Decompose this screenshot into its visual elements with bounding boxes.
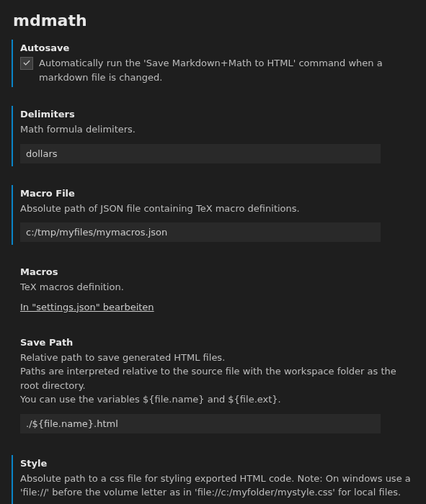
style-description: Absolute path to a css file for styling …	[20, 472, 414, 500]
extension-heading: mdmath	[13, 12, 414, 30]
delimiters-label: Delimiters	[20, 109, 414, 120]
macros-label: Macros	[20, 266, 414, 277]
save-path-desc-line3: You can use the variables ${file.name} a…	[20, 392, 414, 407]
style-label: Style	[20, 458, 414, 469]
setting-style: Style Absolute path to a css file for st…	[12, 454, 414, 505]
autosave-label: Autosave	[20, 42, 414, 53]
delimiters-description: Math formula delimiters.	[20, 122, 414, 137]
macro-file-input[interactable]	[20, 222, 381, 242]
setting-delimiters: Delimiters Math formula delimiters.	[12, 104, 414, 168]
macro-file-label: Macro File	[20, 188, 414, 199]
macros-description: TeX macros definition.	[20, 280, 414, 294]
save-path-desc-line2: Paths are interpreted relative to the so…	[20, 364, 414, 392]
check-icon	[22, 58, 32, 68]
save-path-label: Save Path	[20, 337, 414, 348]
setting-macros: Macros TeX macros definition. In "settin…	[12, 262, 414, 317]
delimiters-select[interactable]	[20, 144, 381, 163]
setting-autosave: Autosave Automatically run the 'Save Mar…	[12, 38, 414, 89]
setting-save-path: Save Path Relative path to save generate…	[12, 333, 414, 438]
save-path-desc-line1: Relative path to save generated HTML fil…	[20, 351, 414, 365]
autosave-description: Automatically run the 'Save Markdown+Mat…	[39, 56, 414, 84]
macro-file-description: Absolute path of JSON file containing Te…	[20, 202, 414, 216]
setting-macro-file: Macro File Absolute path of JSON file co…	[12, 184, 414, 247]
save-path-description: Relative path to save generated HTML fil…	[20, 351, 414, 407]
autosave-checkbox[interactable]	[20, 57, 33, 70]
save-path-input[interactable]	[20, 414, 381, 433]
edit-in-settings-link[interactable]: In "settings.json" bearbeiten	[20, 302, 154, 312]
